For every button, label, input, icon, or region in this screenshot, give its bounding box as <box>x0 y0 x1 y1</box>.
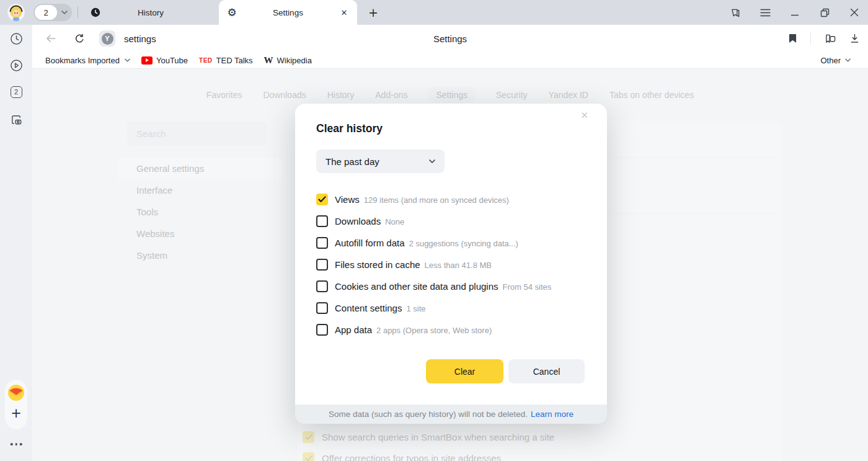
address-bar-divider <box>810 32 811 45</box>
yandex-favicon: Y <box>102 33 113 45</box>
content-settings-checkbox[interactable] <box>316 302 328 314</box>
tabs-panel-icon[interactable]: 2 <box>7 83 25 101</box>
tab-count-control[interactable]: 2 <box>33 4 72 21</box>
option-views[interactable]: Views129 items (and more on synced devic… <box>316 189 586 210</box>
address-bar-actions <box>789 32 859 45</box>
rail-shortcut-pill: + <box>5 380 27 429</box>
option-app-data[interactable]: App data2 apps (Opera store, Web store) <box>316 319 586 341</box>
cache-checkbox[interactable] <box>316 259 328 271</box>
chevron-down-icon <box>429 159 435 163</box>
cancel-button[interactable]: Cancel <box>508 359 585 383</box>
wikipedia-icon: W <box>264 55 273 66</box>
option-downloads[interactable]: DownloadsNone <box>316 210 586 232</box>
chevron-down-icon <box>845 58 851 62</box>
dialog-buttons: Clear Cancel <box>426 359 585 383</box>
user-avatar[interactable] <box>7 4 25 21</box>
dialog-footer: Some data (such as query history) will n… <box>295 405 607 424</box>
footer-note: Some data (such as query history) will n… <box>329 410 528 419</box>
tab-count-badge: 2 <box>35 5 57 20</box>
ted-icon: TED <box>199 57 213 64</box>
bookmark-ted-label: TED Talks <box>216 56 253 65</box>
bookmark-ted-talks[interactable]: TED TED Talks <box>199 56 253 65</box>
tab-bar: 2 History ⚙ Settings ✕ + <box>0 0 868 25</box>
bookmarks-bar: Bookmarks Imported YouTube TED TED Talks… <box>32 52 868 69</box>
bookmark-flag-icon[interactable] <box>789 34 797 43</box>
side-panel-icon[interactable] <box>729 6 742 19</box>
collections-icon[interactable] <box>825 34 836 44</box>
window-controls <box>729 0 861 25</box>
site-favicon-badge[interactable]: Y <box>99 30 115 47</box>
rail-tab-count: 2 <box>11 86 22 98</box>
dialog-title: Clear history <box>316 122 383 135</box>
app-data-checkbox[interactable] <box>316 324 328 336</box>
page-title: Settings <box>433 34 467 44</box>
download-icon[interactable] <box>850 34 859 43</box>
history-panel-icon[interactable] <box>7 29 25 48</box>
close-window-icon[interactable] <box>848 6 861 19</box>
minimize-icon[interactable] <box>789 6 801 19</box>
restore-window-icon[interactable] <box>818 6 831 19</box>
option-cache[interactable]: Files stored in cacheLess than 41.8 MB <box>316 254 586 275</box>
cookies-checkbox[interactable] <box>316 280 328 292</box>
clear-button[interactable]: Clear <box>426 359 503 383</box>
tab-settings-label: Settings <box>237 8 339 17</box>
time-period-select[interactable]: The past day <box>316 150 445 173</box>
settings-page: Favorites Downloads History Add-ons Sett… <box>32 69 868 461</box>
sidebar-rail: 2 + <box>0 25 32 461</box>
tab-history-label: History <box>101 8 200 17</box>
tabbar-divider <box>78 7 78 18</box>
browser-window: 2 History ⚙ Settings ✕ + <box>0 0 868 461</box>
yandex-mail-icon[interactable] <box>8 385 24 401</box>
clear-history-dialog: ✕ Clear history The past day Views129 it… <box>295 104 607 424</box>
tab-settings[interactable]: ⚙ Settings ✕ <box>219 0 357 25</box>
chevron-down-icon <box>57 11 72 14</box>
bookmark-youtube[interactable]: YouTube <box>141 56 188 65</box>
bookmark-youtube-label: YouTube <box>156 56 188 65</box>
close-tab-icon[interactable]: ✕ <box>339 8 350 17</box>
avatar-girl-icon <box>7 4 25 21</box>
add-shortcut-button[interactable]: + <box>9 406 24 421</box>
time-period-value: The past day <box>326 156 379 167</box>
new-tab-button[interactable]: + <box>366 6 380 19</box>
close-dialog-icon[interactable]: ✕ <box>580 110 588 121</box>
option-content-settings[interactable]: Content settings1 site <box>316 297 586 319</box>
views-checkbox[interactable] <box>316 194 328 205</box>
clear-options-list: Views129 items (and more on synced devic… <box>316 189 586 341</box>
bookmarks-folder-label: Bookmarks Imported <box>45 56 120 65</box>
address-bar: Y settings Settings <box>32 25 868 52</box>
youtube-icon <box>141 56 153 65</box>
rail-more-button[interactable] <box>11 443 22 445</box>
back-icon[interactable] <box>43 32 58 45</box>
menu-hamburger-icon[interactable] <box>759 6 771 19</box>
bookmarks-other-button[interactable]: Other <box>820 56 851 65</box>
chevron-down-icon <box>125 58 130 62</box>
downloads-checkbox[interactable] <box>316 215 328 227</box>
autofill-checkbox[interactable] <box>316 237 328 249</box>
bookmark-wikipedia[interactable]: W Wikipedia <box>264 55 312 66</box>
reload-icon[interactable] <box>72 34 87 44</box>
url-input[interactable]: settings <box>124 34 156 44</box>
screenshot-icon[interactable] <box>7 110 25 129</box>
tab-history[interactable]: History <box>82 0 219 25</box>
learn-more-link[interactable]: Learn more <box>531 410 574 419</box>
bookmarks-folder[interactable]: Bookmarks Imported <box>45 56 130 65</box>
bookmark-wikipedia-label: Wikipedia <box>277 56 312 65</box>
option-cookies[interactable]: Cookies and other site data and pluginsF… <box>316 275 586 297</box>
media-play-icon[interactable] <box>7 56 25 74</box>
history-clock-icon <box>90 7 101 17</box>
bookmarks-other-label: Other <box>820 56 841 65</box>
option-autofill[interactable]: Autofill form data2 suggestions (syncing… <box>316 232 586 254</box>
gear-icon: ⚙ <box>226 7 237 18</box>
